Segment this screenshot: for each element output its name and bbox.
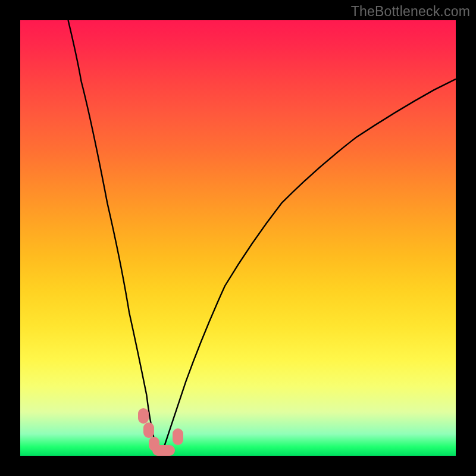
optimum-marker bbox=[173, 428, 183, 445]
optimum-marker bbox=[138, 408, 149, 424]
chart-container: TheBottleneck.com bbox=[0, 0, 476, 476]
watermark-text: TheBottleneck.com bbox=[351, 4, 470, 20]
optimum-marker bbox=[143, 422, 154, 438]
bottleneck-curve bbox=[20, 20, 456, 456]
curve-path bbox=[68, 20, 456, 452]
optimum-marker bbox=[152, 445, 175, 456]
plot-area bbox=[20, 20, 456, 456]
